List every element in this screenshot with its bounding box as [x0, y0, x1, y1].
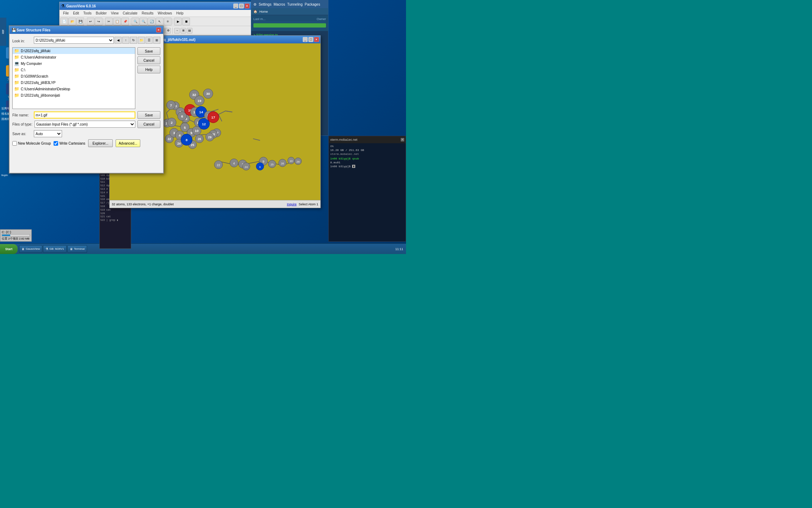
tb-rotate[interactable]: 🔄 — [148, 18, 155, 25]
gaussview-minimize-btn[interactable]: _ — [233, 4, 238, 8]
menu-view[interactable]: View — [109, 11, 121, 16]
tb-open[interactable]: 📂 — [68, 18, 76, 25]
file-item-3-name: C:\ — [21, 68, 25, 72]
file-item-4[interactable]: 📁 D:\G09W\Scratch — [13, 73, 135, 79]
path-details-btn[interactable]: ⊞ — [153, 37, 160, 44]
path-list-btn[interactable]: ☰ — [146, 37, 153, 44]
menu-help[interactable]: Help — [174, 11, 186, 16]
path-refresh-btn[interactable]: ↻ — [130, 37, 137, 44]
gaussview-maximize-btn[interactable]: □ — [239, 4, 244, 8]
look-in-toolbar: D:\2021\sfq_jili\fuki ◀ ↑ ↻ 📁 ☰ ⊞ — [34, 37, 160, 44]
taskbar-item-3[interactable]: 🖥 Terminal — [67, 245, 87, 253]
file-name-input[interactable] — [34, 111, 135, 119]
tb2-btn8[interactable]: ⊞ — [180, 28, 186, 34]
file-item-0-name: D:\2021\sfq_jili\fuki — [21, 49, 50, 53]
new-molecule-checkbox[interactable]: New Molecule Group — [12, 141, 51, 146]
gb-close-btn[interactable]: ✕ — [314, 37, 319, 42]
start-button[interactable]: Start — [0, 244, 18, 254]
menu-builder[interactable]: Builder — [94, 11, 109, 16]
gb-maximize-btn[interactable]: □ — [308, 37, 313, 42]
tb-select[interactable]: ↖ — [156, 18, 164, 25]
file-item-1[interactable]: 📁 C:\Users\Administrator — [13, 54, 135, 60]
menu-tools[interactable]: Tools — [81, 11, 93, 16]
write-cartesians-checkbox[interactable]: Write Cartesians — [54, 141, 85, 146]
path-up-btn[interactable]: ↑ — [122, 37, 129, 44]
qstat-close-btn[interactable]: ✕ — [401, 138, 404, 141]
tb-stop[interactable]: ⏹ — [182, 18, 190, 25]
file-item-2[interactable]: 💻 My Computer — [13, 60, 135, 67]
tb-redo[interactable]: ↪ — [95, 18, 103, 25]
look-in-select[interactable]: D:\2021\sfq_jili\fuki — [34, 37, 114, 44]
svg-text:19: 19 — [197, 99, 201, 103]
svg-text:4: 4 — [179, 133, 181, 137]
save-dialog-titlebar: 💾 Save Structure Files ✕ — [10, 26, 163, 34]
ssh-settings-label[interactable]: Settings — [259, 2, 271, 6]
cancel-button[interactable]: Cancel — [137, 56, 160, 64]
taskbar-label-2: GB: M26V1 — [49, 247, 64, 250]
new-molecule-check[interactable] — [12, 141, 17, 146]
path-new-folder-btn[interactable]: 📁 — [138, 37, 145, 44]
qstat-controls[interactable]: ✕ — [401, 138, 404, 141]
file-item-5[interactable]: 📁 D:\2021\sfq_jili\B3LYP — [13, 79, 135, 86]
save-button[interactable]: Save — [137, 47, 160, 55]
ssh-macros-label[interactable]: Macros — [273, 2, 285, 6]
taskbar-item-1[interactable]: 🖥 GaussView — [19, 245, 42, 253]
tb-copy[interactable]: 📋 — [113, 18, 121, 25]
file-item-6[interactable]: 📁 C:\Users\Administrator\Desktop — [13, 86, 135, 92]
tb-undo[interactable]: ↩ — [87, 18, 94, 25]
tb-zoom-in[interactable]: 🔍 — [131, 18, 139, 25]
file-item-7[interactable]: 📁 D:\2021\sfq_jili\bononijati — [13, 92, 135, 98]
svg-text:12: 12 — [202, 122, 206, 126]
tb-new[interactable]: 📄 — [60, 18, 68, 25]
menu-edit[interactable]: Edit — [71, 11, 81, 16]
tb-zoom-out[interactable]: 🔍 — [140, 18, 147, 25]
write-cartesians-label: Write Cartesians — [59, 141, 85, 145]
menu-file[interactable]: File — [61, 11, 71, 16]
gb-select: Select Atom 1 — [299, 202, 318, 206]
tb-atom[interactable]: ⚛ — [164, 18, 172, 25]
menu-windows[interactable]: Windows — [155, 11, 174, 16]
tb-cut[interactable]: ✂ — [105, 18, 113, 25]
dialog-buttons-area: Save Cancel Help — [137, 47, 160, 111]
ssh-settings-icon: ⚙ — [253, 2, 257, 6]
save-dialog-body: Look in: D:\2021\sfq_jili\fuki ◀ ↑ ↻ 📁 ☰… — [10, 34, 163, 150]
file-item-0[interactable]: 📁 D:\2021\sfq_jili\fuki — [13, 48, 135, 54]
file-list[interactable]: 📁 D:\2021\sfq_jili\fuki 📁 C:\Users\Admin… — [12, 47, 135, 109]
cancel-btn-2[interactable]: Cancel — [137, 120, 160, 128]
gb-inquire[interactable]: Inquire — [287, 202, 297, 206]
path-back-btn[interactable]: ◀ — [115, 37, 122, 44]
menu-results[interactable]: Results — [140, 11, 155, 16]
file-item-3[interactable]: 📁 C:\ — [13, 67, 135, 73]
save-as-select[interactable]: Auto — [34, 130, 62, 137]
help-button[interactable]: Help — [137, 66, 160, 73]
gb-minimize-btn[interactable]: _ — [303, 37, 308, 42]
tb2-btn9[interactable]: ▤ — [187, 28, 192, 34]
tb2-btn6[interactable]: ⚙ — [165, 28, 171, 34]
folder-icon-0: 📁 — [14, 48, 19, 53]
files-type-select[interactable]: Gaussian Input Files (*.gjf *.com) — [35, 121, 135, 128]
ssh-tunneling-label[interactable]: Tunneling — [287, 2, 303, 6]
tb-save[interactable]: 💾 — [76, 18, 84, 25]
tb-run[interactable]: ▶ — [174, 18, 182, 25]
save-btn-2[interactable]: Save — [137, 111, 160, 119]
write-cartesians-check[interactable] — [54, 141, 58, 146]
bottom-options: New Molecule Group Write Cartesians Expl… — [12, 139, 160, 147]
home-tab-label[interactable]: Home — [259, 10, 268, 13]
file-item-4-name: D:\G09W\Scratch — [21, 74, 48, 78]
file-item-1-name: C:\Users\Administrator — [21, 55, 56, 59]
ssh-packages-label[interactable]: Packages — [305, 2, 320, 6]
save-dialog-close-btn[interactable]: ✕ — [156, 28, 161, 32]
menu-calculate[interactable]: Calculate — [121, 11, 140, 16]
tb-paste[interactable]: 📌 — [121, 18, 129, 25]
tb-sep2 — [104, 18, 104, 25]
advanced-button[interactable]: Advanced... — [116, 139, 140, 147]
gaussview-controls[interactable]: _ □ ✕ — [233, 4, 250, 8]
ssh-table-header: Last m... Owner — [251, 15, 328, 31]
gaussview-menu: File Edit Tools Builder View Calculate R… — [60, 10, 251, 17]
explorer-button[interactable]: Explorer... — [88, 139, 113, 147]
taskbar-item-2[interactable]: ⚗ GB: M26V1 — [43, 245, 66, 253]
save-icon: 💾 — [12, 28, 17, 32]
tb2-btn7[interactable]: → — [174, 28, 180, 34]
owner-col-label: Owner — [316, 17, 326, 21]
gaussview-close-btn[interactable]: ✕ — [245, 4, 250, 8]
